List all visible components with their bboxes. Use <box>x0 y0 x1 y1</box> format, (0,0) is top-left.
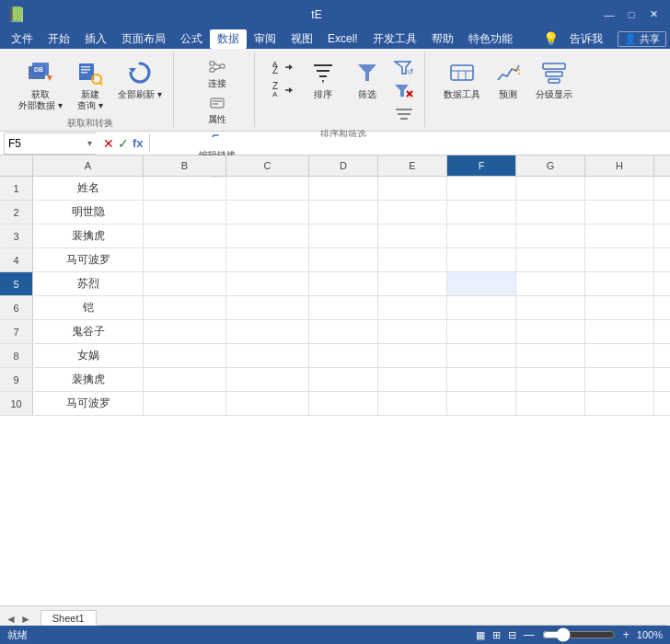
sort-asc-button[interactable]: A Z <box>270 56 295 78</box>
row-header-7[interactable]: 7 <box>0 320 33 343</box>
confirm-icon[interactable]: ✓ <box>118 136 129 151</box>
view-layout-icon[interactable]: ⊞ <box>492 629 501 641</box>
close-button[interactable]: ✕ <box>644 6 663 24</box>
menu-developer[interactable]: 开发工具 <box>365 29 424 49</box>
menu-file[interactable]: 文件 <box>4 29 40 49</box>
cell-H7[interactable] <box>585 320 654 343</box>
cell-D1[interactable] <box>309 177 378 200</box>
menu-excel[interactable]: Excel! <box>320 30 365 47</box>
cell-D3[interactable] <box>309 224 378 247</box>
cell-C2[interactable] <box>226 201 309 224</box>
cell-E6[interactable] <box>378 296 447 319</box>
col-header-h[interactable]: H <box>585 155 654 176</box>
cell-B6[interactable] <box>144 296 226 319</box>
cell-G8[interactable] <box>516 344 585 367</box>
cell-F5[interactable] <box>447 272 516 295</box>
advanced-button[interactable] <box>391 102 417 124</box>
row-header-5[interactable]: 5 <box>0 272 33 295</box>
cell-F10[interactable] <box>447 392 516 415</box>
share-button[interactable]: 👤 共享 <box>618 31 666 47</box>
sort-desc-button[interactable]: Z A <box>270 79 295 101</box>
cell-H2[interactable] <box>585 201 654 224</box>
cell-G9[interactable] <box>516 368 585 391</box>
sort-button[interactable]: 排序 <box>303 56 343 102</box>
col-header-e[interactable]: E <box>378 155 447 176</box>
col-header-b[interactable]: B <box>144 155 226 176</box>
cell-F9[interactable] <box>447 368 516 391</box>
cell-D5[interactable] <box>309 272 378 295</box>
cell-B3[interactable] <box>144 224 226 247</box>
minimize-button[interactable]: — <box>600 6 618 24</box>
name-box[interactable]: F5 ▾ <box>4 132 96 155</box>
col-header-c[interactable]: C <box>226 155 309 176</box>
cell-D8[interactable] <box>309 344 378 367</box>
menu-view[interactable]: 视图 <box>283 29 320 49</box>
cell-G4[interactable] <box>516 248 585 271</box>
row-header-6[interactable]: 6 <box>0 296 33 319</box>
row-header-1[interactable]: 1 <box>0 177 33 200</box>
cell-H1[interactable] <box>585 177 654 200</box>
cell-A8[interactable]: 女娲 <box>33 344 144 367</box>
connections-button[interactable]: 连接 <box>196 56 238 91</box>
cell-E1[interactable] <box>378 177 447 200</box>
cell-C7[interactable] <box>226 320 309 343</box>
cell-H9[interactable] <box>585 368 654 391</box>
row-header-9[interactable]: 9 <box>0 368 33 391</box>
cell-G2[interactable] <box>516 201 585 224</box>
col-header-a[interactable]: A <box>33 155 144 176</box>
menu-help[interactable]: 帮助 <box>424 29 461 49</box>
cell-H4[interactable] <box>585 248 654 271</box>
row-header-8[interactable]: 8 <box>0 344 33 367</box>
cell-A5[interactable]: 苏烈 <box>33 272 144 295</box>
row-header-10[interactable]: 10 <box>0 392 33 415</box>
cell-A3[interactable]: 裴擒虎 <box>33 224 144 247</box>
cell-D10[interactable] <box>309 392 378 415</box>
cell-C9[interactable] <box>226 368 309 391</box>
cell-H5[interactable] <box>585 272 654 295</box>
zoom-in-icon[interactable]: + <box>623 628 630 641</box>
menu-start[interactable]: 开始 <box>40 29 77 49</box>
cell-C5[interactable] <box>226 272 309 295</box>
clear-button[interactable] <box>391 79 417 101</box>
cell-H8[interactable] <box>585 344 654 367</box>
cell-B7[interactable] <box>144 320 226 343</box>
cell-A7[interactable]: 鬼谷子 <box>33 320 144 343</box>
cell-G7[interactable] <box>516 320 585 343</box>
function-icon[interactable]: fx <box>133 136 144 150</box>
cell-F7[interactable] <box>447 320 516 343</box>
cell-F6[interactable] <box>447 296 516 319</box>
cell-D9[interactable] <box>309 368 378 391</box>
cell-G3[interactable] <box>516 224 585 247</box>
cell-B1[interactable] <box>144 177 226 200</box>
cell-C8[interactable] <box>226 344 309 367</box>
row-header-3[interactable]: 3 <box>0 224 33 247</box>
cell-E9[interactable] <box>378 368 447 391</box>
cell-C1[interactable] <box>226 177 309 200</box>
cell-B10[interactable] <box>144 392 226 415</box>
col-header-f[interactable]: F <box>447 155 516 176</box>
data-tools-button[interactable]: 数据工具 <box>440 56 484 102</box>
cell-E5[interactable] <box>378 272 447 295</box>
cell-C3[interactable] <box>226 224 309 247</box>
cell-A2[interactable]: 明世隐 <box>33 201 144 224</box>
cell-D4[interactable] <box>309 248 378 271</box>
menu-insert[interactable]: 插入 <box>77 29 114 49</box>
outline-button[interactable]: 分级显示 <box>532 56 576 102</box>
col-header-d[interactable]: D <box>309 155 378 176</box>
cell-E10[interactable] <box>378 392 447 415</box>
cell-F2[interactable] <box>447 201 516 224</box>
sheet-tab[interactable]: Sheet1 <box>40 610 97 626</box>
cell-D2[interactable] <box>309 201 378 224</box>
cell-E4[interactable] <box>378 248 447 271</box>
cell-C6[interactable] <box>226 296 309 319</box>
cell-C4[interactable] <box>226 248 309 271</box>
cell-H3[interactable] <box>585 224 654 247</box>
cell-F4[interactable] <box>447 248 516 271</box>
cell-E8[interactable] <box>378 344 447 367</box>
cell-G1[interactable] <box>516 177 585 200</box>
cell-D6[interactable] <box>309 296 378 319</box>
menu-tell-me[interactable]: 告诉我 <box>562 29 610 49</box>
cell-E7[interactable] <box>378 320 447 343</box>
menu-data[interactable]: 数据 <box>210 29 247 49</box>
cell-D7[interactable] <box>309 320 378 343</box>
